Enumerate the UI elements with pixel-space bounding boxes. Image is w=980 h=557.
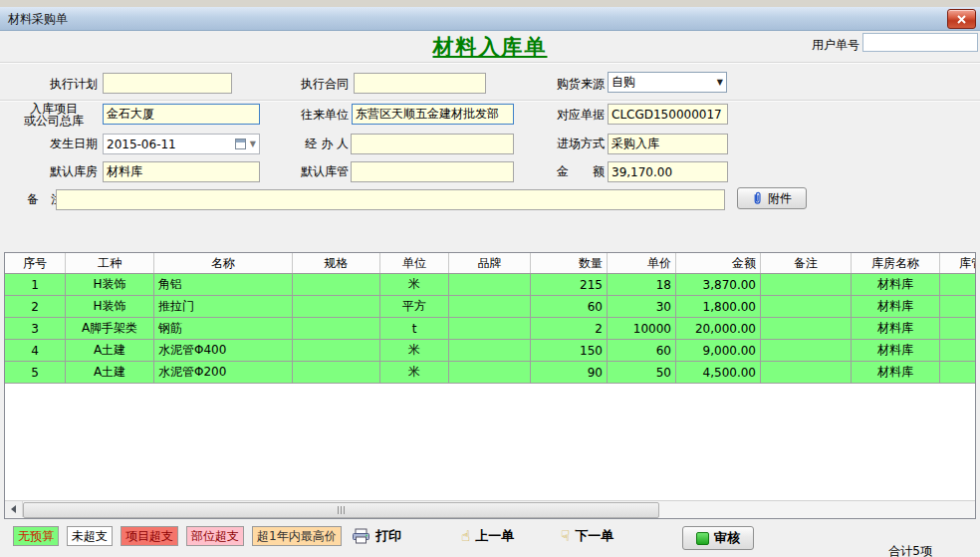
- grid-cell: 米: [380, 274, 449, 296]
- chevron-down-icon: ▼: [250, 139, 256, 148]
- grid-cell: 水泥管Φ200: [154, 362, 293, 384]
- user-no-label: 用户单号: [812, 37, 859, 54]
- grid-cell: 4,500.00: [676, 362, 761, 384]
- entry-mode-input[interactable]: [608, 134, 728, 154]
- close-button[interactable]: [947, 9, 976, 29]
- grid-col-header[interactable]: 库管员: [940, 253, 977, 274]
- table-row[interactable]: 3A脚手架类钢筋t21000020,000.00材料库: [5, 318, 976, 340]
- status-bar: 无预算未超支项目超支部位超支超1年内最高价 打印 ☝ 上一单 ☟ 下一单 审核 …: [0, 520, 980, 557]
- grid-cell: 角铝: [154, 274, 293, 296]
- table-row[interactable]: 2H装饰推拉门平方60301,800.00材料库: [5, 296, 976, 318]
- hand-down-icon: ☟: [561, 528, 570, 544]
- table-row[interactable]: 1H装饰角铝米215183,870.00材料库: [5, 274, 976, 296]
- grid-cell: 20,000.00: [676, 318, 761, 340]
- grid-col-header[interactable]: 金额: [676, 253, 761, 274]
- grid-cell: [940, 318, 977, 340]
- grid-cell: 材料库: [852, 274, 940, 296]
- exec-contract-input[interactable]: [354, 73, 486, 94]
- grid-cell: [449, 340, 531, 362]
- grid-cell: 米: [380, 362, 449, 384]
- grid-cell: A脚手架类: [66, 318, 154, 340]
- thumb-grip: [338, 506, 339, 514]
- legend-badges: 无预算未超支项目超支部位超支超1年内最高价: [13, 526, 342, 546]
- grid-cell: A土建: [66, 362, 154, 384]
- grid-col-header[interactable]: 单位: [380, 253, 449, 274]
- grid-cell: [293, 318, 380, 340]
- next-order-button[interactable]: ☟ 下一单: [561, 527, 613, 545]
- grid-col-header[interactable]: 备注: [761, 253, 852, 274]
- default-warehouse-label: 默认库房: [8, 164, 98, 178]
- grid-cell: 材料库: [852, 340, 940, 362]
- grid-cell: 平方: [380, 296, 449, 318]
- table-row[interactable]: 5A土建水泥管Φ200米90504,500.00材料库: [5, 362, 976, 384]
- grid-header-row: 序号工种名称规格单位品牌数量单价金额备注库房名称库管员计划项目: [5, 253, 976, 274]
- grid-cell: [940, 340, 977, 362]
- table-row[interactable]: 4A土建水泥管Φ400米150609,000.00材料库: [5, 340, 976, 362]
- grid-cell: 60: [531, 296, 608, 318]
- grid-cell: 60: [608, 340, 676, 362]
- grid-cell: H装饰: [66, 274, 154, 296]
- vendor-input[interactable]: [352, 104, 514, 125]
- purchase-source-dropdown[interactable]: 自购 ▼: [608, 72, 727, 93]
- grid-cell: [761, 340, 852, 362]
- legend-badge: 超1年内最高价: [252, 526, 342, 546]
- remark-input[interactable]: [56, 189, 725, 210]
- entry-mode-label: 进场方式: [515, 137, 605, 150]
- print-button[interactable]: 打印: [352, 527, 401, 545]
- scrollbar-thumb[interactable]: [23, 502, 659, 518]
- grid-col-header[interactable]: 序号: [5, 253, 66, 274]
- grid-cell: 3: [5, 318, 66, 340]
- attachment-button-label: 附件: [768, 190, 792, 207]
- window-titlebar[interactable]: 材料采购单: [0, 7, 980, 31]
- project-input[interactable]: [103, 104, 260, 125]
- grid-cell: [293, 274, 380, 296]
- grid-cell: t: [380, 318, 449, 340]
- grid-cell: 90: [531, 362, 608, 384]
- grid-col-header[interactable]: 名称: [154, 253, 293, 274]
- close-icon: [957, 15, 966, 24]
- scroll-left-button[interactable]: [5, 501, 23, 517]
- handler-input[interactable]: [351, 134, 514, 154]
- grid-cell: 1: [5, 274, 66, 296]
- grid-cell: 5: [5, 362, 66, 384]
- grid-col-header[interactable]: 库房名称: [852, 253, 940, 274]
- print-label: 打印: [375, 527, 401, 545]
- default-keeper-label: 默认库管: [259, 164, 349, 178]
- grid-cell: 215: [531, 274, 608, 296]
- grid-cell: 9,000.00: [676, 340, 761, 362]
- date-picker[interactable]: 2015-06-11 ▼: [103, 134, 260, 154]
- grid-col-header[interactable]: 数量: [531, 253, 608, 274]
- previous-order-button[interactable]: ☝ 上一单: [461, 527, 514, 545]
- items-grid-panel: 序号工种名称规格单位品牌数量单价金额备注库房名称库管员计划项目 1H装饰角铝米2…: [4, 252, 976, 519]
- separator: [0, 62, 980, 63]
- thumb-grip: [344, 506, 345, 514]
- attachment-button[interactable]: 附件: [737, 187, 807, 209]
- previous-order-label: 上一单: [475, 527, 514, 545]
- amount-input[interactable]: [608, 161, 728, 182]
- ref-doc-input[interactable]: [608, 104, 728, 125]
- grid-cell: [761, 296, 852, 318]
- purchase-source-value: 自购: [612, 74, 715, 91]
- legend-badge: 项目超支: [121, 526, 178, 546]
- horizontal-scrollbar[interactable]: [5, 500, 975, 518]
- user-no-input[interactable]: [862, 33, 978, 52]
- legend-badge: 未超支: [67, 526, 113, 546]
- grid-col-header[interactable]: 单价: [608, 253, 676, 274]
- grid-cell: 水泥管Φ400: [154, 340, 293, 362]
- grid-cell: [449, 362, 531, 384]
- exec-plan-input[interactable]: [103, 73, 232, 94]
- grid-col-header[interactable]: 工种: [66, 253, 154, 274]
- exec-contract-label: 执行合同: [259, 77, 349, 91]
- default-warehouse-input[interactable]: [103, 161, 260, 182]
- grid-cell: [940, 274, 977, 296]
- grid-cell: 4: [5, 340, 66, 362]
- grid-col-header[interactable]: 规格: [293, 253, 380, 274]
- grid-cell: [940, 296, 977, 318]
- default-keeper-input[interactable]: [351, 161, 514, 182]
- audit-button[interactable]: 审核: [682, 526, 754, 550]
- next-order-label: 下一单: [575, 527, 613, 545]
- grid-col-header[interactable]: 品牌: [449, 253, 531, 274]
- grid-cell: [761, 362, 852, 384]
- grid-cell: 推拉门: [154, 296, 293, 318]
- date-value: 2015-06-11: [107, 138, 235, 151]
